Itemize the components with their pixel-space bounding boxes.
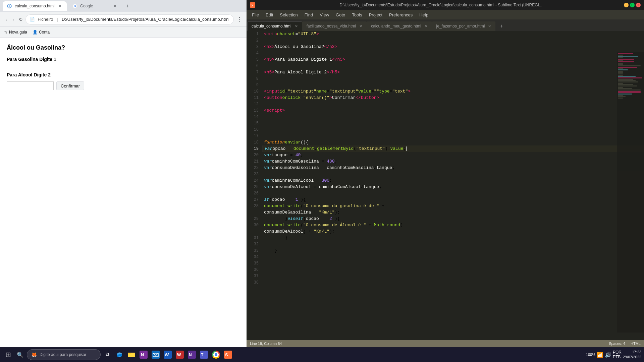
code-line-302[interactable]: consumoDeAlcool) + "Km/L"); [263,228,644,235]
tab-favicon-1 [7,3,12,9]
browser-tab-active[interactable]: calcula_consumo.html ✕ [3,1,67,11]
menu-goto[interactable]: Goto [332,12,348,18]
taskbar-mail-icon[interactable] [150,349,161,360]
browser-nav-bar: ‹ › ↻ 📄 Ficheiro | D:/Users/ty_jo/Docume… [0,12,247,27]
sublime-tab-2[interactable]: facilitando_nossa_vida.html ✕ [302,21,367,31]
code-line-2[interactable] [263,37,644,44]
sublime-minimap[interactable] [617,52,644,333]
taskbar-clock[interactable]: 17:23 29/07/2022 [623,350,641,360]
sublime-tab-1-close[interactable]: ✕ [295,24,298,28]
code-line-36[interactable] [263,266,644,273]
code-line-27[interactable]: if(opcao == 1 ){ [263,196,644,203]
code-line-22[interactable]: var consumoDeGasoilina = caminhoComGasol… [263,165,644,171]
sublime-code-area[interactable]: <meta charset="UTF-8"><h3>Álcool ou Gaso… [261,31,644,340]
taskbar-language: PORPTB [613,350,622,359]
code-line-12[interactable] [263,101,644,107]
sublime-tab-3-close[interactable]: ✕ [425,24,428,28]
menu-selection[interactable]: Selection [276,12,301,18]
code-line-33[interactable]: } [263,247,644,254]
sublime-close-button[interactable]: × [636,3,641,7]
line-number-28: 28 [247,203,261,209]
page-text-input[interactable] [7,81,54,90]
tab-favicon-2: G [72,3,77,9]
taskbar-edge-icon[interactable] [114,349,125,360]
menu-file[interactable]: File [249,12,262,18]
taskbar-wifi-icon[interactable]: 📶 [597,352,603,358]
tab-close-2[interactable]: ✕ [112,3,118,9]
taskbar-word-icon[interactable]: W [162,349,173,360]
menu-preferences[interactable]: Preferences [386,12,416,18]
new-tab-button[interactable]: + [123,1,132,11]
code-line-13[interactable]: <script> [263,107,644,114]
code-line-37[interactable] [263,273,644,279]
browser-menu-button[interactable]: ⋮ [236,15,243,24]
code-line-11[interactable]: <button onclick="enviar()">Confirmar</bu… [263,95,644,101]
sublime-tab-1[interactable]: calcula_consumo.html ✕ [247,21,302,31]
taskbar-search-bar[interactable]: 🦊 Digite aqui para pesquisar [27,349,101,360]
menu-view[interactable]: View [316,12,332,18]
code-line-15[interactable] [263,120,644,126]
code-line-29[interactable]: }else if(opcao == 2 ){ [263,216,644,222]
code-line-16[interactable] [263,126,644,133]
taskbar-sublime-icon[interactable]: S [223,349,233,360]
code-line-24[interactable]: var caminhaComAlcool = 300; [263,177,644,184]
reload-button[interactable]: ↻ [18,15,23,24]
browser-tab-google[interactable]: G Google ✕ [68,1,122,11]
code-line-7[interactable]: <h5>Para Alcool Digite 2</h5> [263,69,644,75]
taskbar-onenote-icon[interactable]: N [138,349,149,360]
code-line-28[interactable]: document.write("O consumo da gasolina é … [263,203,644,209]
code-line-14[interactable] [263,114,644,120]
code-line-34[interactable] [263,254,644,260]
menu-project[interactable]: Project [366,12,386,18]
code-line-6[interactable] [263,63,644,69]
back-button[interactable]: ‹ [4,15,8,24]
menu-tools[interactable]: Tools [348,12,365,18]
code-line-20[interactable]: var tanque = 40; [263,152,644,158]
sublime-tab-3[interactable]: calculando_meu_gasto.html ✕ [367,21,432,31]
sublime-maximize-button[interactable]: □ [630,3,635,7]
sublime-tab-4-close[interactable]: ✕ [488,24,491,28]
code-line-23[interactable] [263,171,644,177]
page-confirm-button[interactable]: Confirmar [56,81,84,90]
forward-button[interactable]: › [11,15,15,24]
sublime-minimize-button[interactable]: − [624,3,629,7]
taskbar-volume-icon[interactable]: 🔊 [605,352,611,358]
taskbar-wordpad-icon[interactable]: W [174,349,185,360]
address-bar[interactable]: 📄 Ficheiro | D:/Users/ty_jo/Documents/Es… [25,14,234,24]
code-line-31[interactable]: } [263,235,644,241]
code-line-8[interactable] [263,75,644,82]
menu-edit[interactable]: Edit [262,12,276,18]
code-line-30[interactable]: document.write("O consumo de Álcool é " … [263,222,644,228]
code-line-4[interactable] [263,50,644,56]
code-line-18[interactable]: function enviar(){ [263,139,644,145]
menu-find[interactable]: Find [301,12,316,18]
taskbar-onenote2-icon[interactable]: N [186,349,197,360]
sublime-tab-2-close[interactable]: ✕ [359,24,362,28]
code-line-3[interactable]: <h3>Álcool ou Gasolina?</h3> [263,44,644,50]
code-line-282[interactable]: consumoDeGasoilina + "Km/L"); [263,209,644,216]
code-line-32[interactable] [263,241,644,247]
code-line-9[interactable] [263,82,644,88]
menu-help[interactable]: Help [416,12,432,18]
sublime-new-tab-button[interactable]: + [497,21,506,31]
code-line-38[interactable] [263,279,644,286]
code-line-35[interactable] [263,260,644,266]
code-line-5[interactable]: <h5>Para Gasolina Digite 1</h5> [263,56,644,63]
tab-close-1[interactable]: ✕ [57,3,63,9]
code-line-10[interactable]: <input id="textinput" name="textinput" v… [263,88,644,95]
code-line-26[interactable] [263,190,644,196]
code-line-1[interactable]: <meta charset="UTF-8"> [263,31,644,37]
bookmark-conta[interactable]: 👤 Conta [33,30,50,35]
bookmark-nova-guia[interactable]: ☆ Nova guia [4,30,27,35]
code-line-19[interactable]: var opcao = document.getElementById("tex… [263,145,644,152]
code-line-21[interactable]: var caminhoComGasolina = 480; [263,158,644,165]
taskbar-teams-icon[interactable]: T [199,349,209,360]
code-line-17[interactable] [263,133,644,139]
taskbar-explorer-icon[interactable] [126,349,137,360]
sublime-tab-4[interactable]: je_fazemos_por_amor.html ✕ [432,21,496,31]
taskbar-chrome-icon[interactable] [211,349,221,360]
code-line-25[interactable]: var consumoDeAlcool = caminhaComAlcool/t… [263,184,644,190]
taskbar-search-icon[interactable]: 🔍 [15,349,25,360]
taskbar-taskview-button[interactable]: ⧉ [102,349,113,360]
taskbar-start-button[interactable]: ⊞ [3,349,13,360]
